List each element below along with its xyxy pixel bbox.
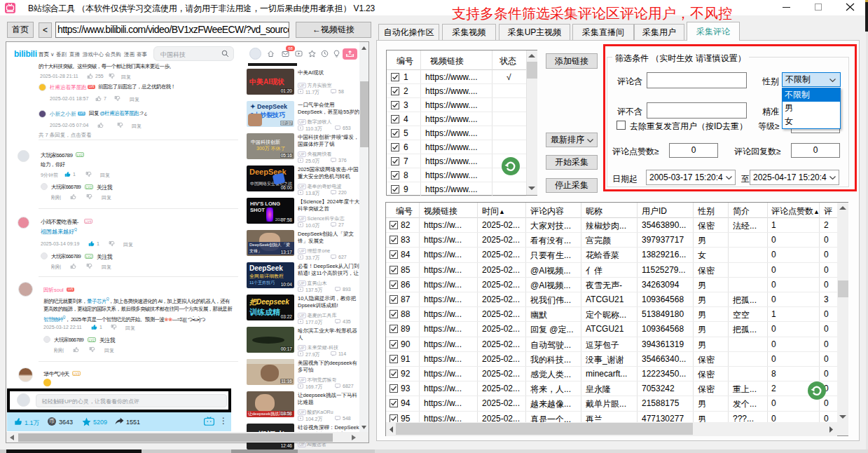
svg-text:bilibili: bilibili — [14, 49, 37, 59]
